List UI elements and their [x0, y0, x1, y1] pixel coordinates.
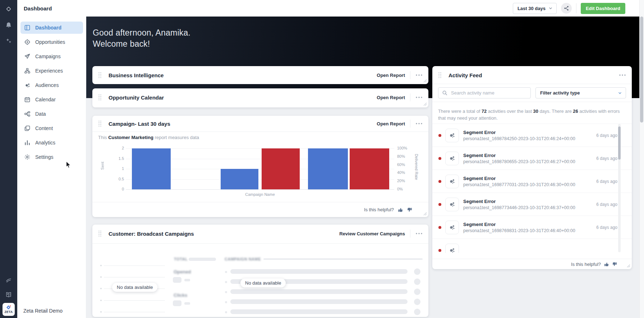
activity-scrollbar	[618, 124, 621, 252]
activity-item[interactable]: Segment Errorpersona1test_1698780655-202…	[432, 147, 632, 170]
open-report-link[interactable]: Open Report	[377, 121, 405, 126]
workspace-name: Zeta Retail Demo	[23, 308, 63, 314]
page-scrollbar-thumb[interactable]	[640, 17, 643, 123]
thumbs-down-icon[interactable]	[407, 207, 413, 213]
activity-type-filter[interactable]: Filter activity type	[535, 87, 626, 98]
resize-grip-icon[interactable]	[627, 264, 630, 268]
customer-broadcast-card: Customer: Broadcast Campaigns Review Cus…	[92, 225, 428, 317]
thumbs-down-icon[interactable]	[612, 262, 617, 267]
greeting-line1: Good afternoon, Anamika.	[93, 27, 644, 38]
sidebar-item-analytics[interactable]: Analytics	[20, 137, 83, 149]
no-data-badge: No data available	[240, 278, 286, 287]
activity-summary: There were a total of 72 activities over…	[438, 108, 624, 121]
zeta-diamond-icon[interactable]	[0, 5, 17, 13]
sidebar-item-label: Experiences	[35, 68, 63, 74]
signal-icon[interactable]	[0, 277, 17, 284]
activity-search[interactable]	[438, 87, 531, 98]
skeleton-circle	[414, 268, 420, 275]
drag-handle-icon[interactable]	[98, 230, 102, 237]
edit-dashboard-button[interactable]: Edit Dashboard	[581, 3, 625, 14]
more-menu-icon[interactable]	[415, 96, 423, 99]
activity-item[interactable]: Segment Errorpersona1test_1698784250-202…	[432, 124, 632, 147]
y-axis-tick-left: 0	[112, 187, 124, 191]
sidebar-item-calendar[interactable]: Calendar	[20, 93, 83, 106]
open-report-link[interactable]: Open Report	[377, 73, 405, 78]
activity-time: 6 days ago	[596, 179, 617, 184]
drag-handle-icon[interactable]	[98, 120, 102, 127]
skeleton-bar	[184, 279, 190, 281]
skeleton-label-clicks: Clicks	[174, 292, 187, 298]
knowledge-base-icon[interactable]	[0, 291, 17, 298]
ai-sparkle-icon[interactable]	[0, 38, 17, 44]
page-title: Dashboard	[17, 5, 52, 11]
activity-item[interactable]: Segment Errorpersona1test_1698777031-202…	[432, 170, 632, 193]
open-report-link[interactable]: Open Report	[377, 95, 405, 100]
sidebar: DashboardOpportunitiesCampaignsExperienc…	[17, 17, 86, 318]
sidebar-item-opportunities[interactable]: Opportunities	[20, 36, 83, 48]
topbar-actions: Last 30 days Edit Dashboard	[513, 3, 644, 14]
more-menu-icon[interactable]	[415, 122, 423, 125]
activity-text: Segment Errorpersona1test_1698777031-202…	[463, 176, 592, 187]
chart-bar-sent	[132, 148, 171, 189]
review-customer-campaigns-link[interactable]: Review Customer Campaigns	[339, 231, 405, 236]
date-range-select[interactable]: Last 30 days	[513, 3, 557, 14]
card-header: Campaign- Last 30 days Open Report	[92, 116, 428, 132]
sidebar-item-campaigns[interactable]: Campaigns	[20, 50, 83, 63]
chart-bar-delivered-rate	[262, 148, 300, 189]
activity-text: Segment Errorpersona1test_1698780655-202…	[463, 153, 592, 164]
sidebar-item-settings[interactable]: Settings	[20, 151, 83, 163]
activity-text: Segment Errorpersona1test_1698769831-202…	[463, 222, 592, 233]
skeleton-dot	[100, 288, 102, 289]
zeta-logo[interactable]: ZETA	[3, 303, 15, 316]
campaigns-icon	[24, 53, 31, 60]
skeleton-dot	[100, 276, 102, 278]
sidebar-item-label: Dashboard	[35, 25, 61, 31]
sidebar-item-data[interactable]: Data	[20, 108, 83, 120]
business-intelligence-card: Business Intelligence Open Report	[92, 66, 428, 84]
sidebar-item-audiences[interactable]: Audiences	[20, 79, 83, 91]
activity-item[interactable]: Segment Errorpersona1test_1698769831-202…	[432, 216, 632, 239]
more-menu-icon[interactable]	[415, 232, 423, 235]
sidebar-item-label: Calendar	[35, 97, 56, 102]
y-axis-label-right: Delivered Rate	[414, 154, 419, 180]
card-actions: Open Report	[377, 120, 423, 128]
activity-detail: persona1test_1698780655-2023-10-31T20:46…	[463, 159, 592, 164]
activity-search-input[interactable]	[450, 90, 527, 96]
share-button[interactable]	[561, 3, 572, 14]
skeleton-circle	[414, 289, 420, 295]
activity-item[interactable]: Segment Errorpersona1test_1698773446-202…	[432, 193, 632, 216]
thumbs-up-icon[interactable]	[397, 207, 403, 213]
resize-grip-icon[interactable]	[423, 79, 427, 83]
y-axis-tick-left: 2	[112, 146, 124, 150]
drag-handle-icon[interactable]	[98, 72, 102, 78]
error-dot-icon	[438, 226, 441, 229]
sidebar-item-label: Opportunities	[35, 39, 65, 45]
activity-detail: persona1test_1698777031-2023-10-31T20:46…	[463, 182, 592, 187]
sidebar-item-content[interactable]: Content	[20, 122, 83, 134]
more-menu-icon[interactable]	[415, 73, 423, 77]
sidebar-item-experiences[interactable]: Experiences	[20, 65, 83, 77]
skeleton-line	[104, 266, 165, 266]
sidebar-item-dashboard[interactable]: Dashboard	[20, 22, 83, 34]
sidebar-item-label: Settings	[35, 154, 54, 160]
zeta-logo-text: ZETA	[4, 310, 13, 314]
card-actions	[619, 73, 626, 77]
more-menu-icon[interactable]	[619, 73, 626, 77]
drag-handle-icon[interactable]	[98, 94, 102, 101]
error-dot-icon	[438, 203, 441, 206]
card-header: Opportunity Calendar Open Report	[92, 88, 428, 106]
activity-title: Segment Error	[463, 199, 592, 204]
drag-handle-icon[interactable]	[438, 72, 442, 78]
activity-scrollbar-thumb[interactable]	[618, 126, 621, 160]
card-header: Business Intelligence Open Report	[92, 66, 428, 84]
skeleton-circle	[414, 299, 420, 305]
icon-rail: ZETA	[0, 0, 17, 318]
sidebar-item-label: Audiences	[35, 82, 59, 88]
activity-item-partial[interactable]	[432, 239, 632, 253]
header-divider	[410, 230, 410, 238]
notifications-bell-icon[interactable]	[0, 22, 17, 28]
resize-grip-icon[interactable]	[423, 212, 427, 216]
chart-bar-delivered-rate	[350, 148, 389, 189]
thumbs-up-icon[interactable]	[604, 262, 609, 267]
resize-grip-icon[interactable]	[423, 102, 427, 106]
